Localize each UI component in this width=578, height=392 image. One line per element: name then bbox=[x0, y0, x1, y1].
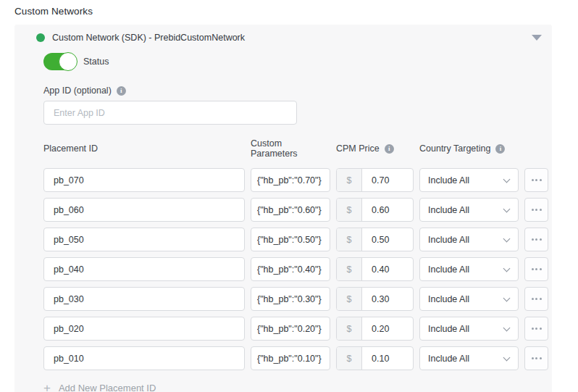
country-targeting-select[interactable]: Include All bbox=[419, 168, 519, 192]
currency-symbol: $ bbox=[337, 258, 362, 280]
cpm-price-input[interactable] bbox=[362, 199, 413, 221]
country-targeting-wrap: Include All bbox=[419, 257, 519, 281]
placement-table: Placement ID Custom Parameters CPM Price… bbox=[43, 138, 532, 370]
custom-parameters-input[interactable] bbox=[251, 168, 330, 192]
network-name: Custom Network (SDK) - PrebidCustomNetwo… bbox=[52, 33, 245, 43]
currency-symbol: $ bbox=[337, 288, 362, 310]
custom-parameters-input[interactable] bbox=[251, 198, 330, 222]
more-dot bbox=[540, 209, 542, 211]
placement-id-input[interactable] bbox=[43, 168, 245, 192]
row-more-button[interactable] bbox=[524, 228, 548, 251]
currency-symbol: $ bbox=[337, 317, 362, 340]
status-toggle-label: Status bbox=[83, 57, 109, 67]
country-targeting-wrap: Include All bbox=[419, 228, 519, 251]
row-more-button[interactable] bbox=[524, 346, 548, 370]
more-dot bbox=[535, 328, 537, 330]
placement-id-input[interactable] bbox=[43, 287, 245, 311]
placement-id-column-header: Placement ID bbox=[43, 143, 245, 154]
more-dot bbox=[532, 238, 534, 241]
more-dot bbox=[532, 298, 534, 300]
cpm-price-input[interactable] bbox=[362, 317, 413, 340]
cpm-price-group: $ bbox=[336, 287, 414, 311]
placement-row: $ Include All bbox=[43, 198, 532, 222]
cpm-price-input[interactable] bbox=[362, 228, 413, 251]
more-dot bbox=[532, 209, 534, 211]
more-dot bbox=[532, 268, 534, 270]
cpm-price-input[interactable] bbox=[362, 169, 413, 191]
country-targeting-wrap: Include All bbox=[419, 168, 519, 192]
placement-id-column-label: Placement ID bbox=[43, 143, 98, 154]
custom-parameters-input[interactable] bbox=[251, 317, 330, 341]
country-targeting-select[interactable]: Include All bbox=[419, 228, 519, 251]
row-more-button[interactable] bbox=[524, 168, 548, 192]
placement-row: $ Include All bbox=[43, 346, 532, 370]
more-dot bbox=[535, 179, 537, 181]
placement-id-input[interactable] bbox=[43, 346, 245, 370]
cpm-price-group: $ bbox=[336, 228, 414, 251]
table-header-row: Placement ID Custom Parameters CPM Price… bbox=[43, 138, 532, 159]
placement-id-input[interactable] bbox=[43, 198, 245, 222]
cpm-price-group: $ bbox=[336, 317, 414, 341]
currency-symbol: $ bbox=[337, 169, 362, 191]
more-dot bbox=[535, 238, 537, 241]
custom-network-card: Custom Network (SDK) - PrebidCustomNetwo… bbox=[14, 25, 552, 392]
placement-row: $ Include All bbox=[43, 317, 532, 341]
country-targeting-select[interactable]: Include All bbox=[419, 346, 519, 370]
app-id-info-icon[interactable]: i bbox=[117, 86, 126, 96]
more-dot bbox=[535, 268, 537, 270]
add-placement-button[interactable]: + Add New Placement ID bbox=[43, 383, 156, 392]
more-dot bbox=[535, 298, 537, 300]
row-more-button[interactable] bbox=[524, 198, 548, 222]
country-targeting-select[interactable]: Include All bbox=[419, 287, 519, 311]
country-targeting-info-icon[interactable]: i bbox=[495, 144, 505, 154]
add-placement-label: Add New Placement ID bbox=[59, 383, 156, 392]
cpm-price-column-label: CPM Price bbox=[336, 143, 380, 154]
placement-row: $ Include All bbox=[43, 257, 532, 281]
placement-id-input[interactable] bbox=[43, 257, 245, 281]
placement-id-input[interactable] bbox=[43, 228, 245, 251]
custom-networks-page: Custom Networks Custom Network (SDK) - P… bbox=[0, 0, 578, 392]
status-toggle-row: Status bbox=[43, 53, 532, 70]
custom-parameters-input[interactable] bbox=[251, 257, 330, 281]
placement-id-input[interactable] bbox=[43, 317, 245, 341]
currency-symbol: $ bbox=[337, 228, 362, 251]
cpm-price-input[interactable] bbox=[362, 288, 413, 310]
row-more-button[interactable] bbox=[524, 317, 548, 341]
country-targeting-column-label: Country Targeting bbox=[419, 143, 490, 154]
custom-parameters-column-label: Custom Parameters bbox=[251, 138, 330, 159]
page-title: Custom Networks bbox=[14, 6, 578, 17]
row-more-button[interactable] bbox=[524, 257, 548, 281]
network-header: Custom Network (SDK) - PrebidCustomNetwo… bbox=[29, 31, 532, 44]
collapse-chevron-icon[interactable] bbox=[532, 35, 542, 41]
cpm-price-group: $ bbox=[336, 257, 414, 281]
app-id-input[interactable] bbox=[43, 101, 297, 125]
currency-symbol: $ bbox=[337, 199, 362, 221]
status-toggle[interactable] bbox=[43, 53, 77, 70]
currency-symbol: $ bbox=[337, 347, 362, 370]
country-targeting-select[interactable]: Include All bbox=[419, 257, 519, 281]
custom-parameters-input[interactable] bbox=[251, 228, 330, 251]
country-targeting-select[interactable]: Include All bbox=[419, 198, 519, 222]
country-targeting-wrap: Include All bbox=[419, 346, 519, 370]
more-dot bbox=[532, 179, 534, 181]
cpm-price-info-icon[interactable]: i bbox=[385, 144, 394, 154]
more-dot bbox=[540, 328, 542, 330]
placement-row: $ Include All bbox=[43, 228, 532, 251]
more-dot bbox=[535, 357, 537, 359]
row-more-button[interactable] bbox=[524, 287, 548, 311]
app-id-label-text: App ID (optional) bbox=[43, 86, 112, 96]
cpm-price-group: $ bbox=[336, 346, 414, 370]
custom-parameters-input[interactable] bbox=[251, 346, 330, 370]
cpm-price-group: $ bbox=[336, 168, 414, 192]
cpm-price-input[interactable] bbox=[362, 258, 413, 280]
cpm-price-column-header: CPM Price i bbox=[336, 143, 414, 154]
country-targeting-select[interactable]: Include All bbox=[419, 317, 519, 341]
placement-rows: $ Include All $ Include All bbox=[43, 168, 532, 370]
custom-parameters-input[interactable] bbox=[251, 287, 330, 311]
cpm-price-input[interactable] bbox=[362, 347, 413, 370]
more-dot bbox=[540, 179, 542, 181]
app-id-label: App ID (optional) i bbox=[43, 86, 532, 96]
more-dot bbox=[540, 238, 542, 241]
more-dot bbox=[540, 268, 542, 270]
more-dot bbox=[532, 357, 534, 359]
